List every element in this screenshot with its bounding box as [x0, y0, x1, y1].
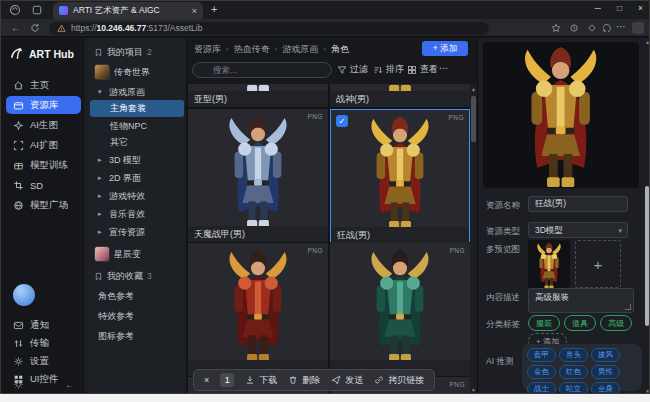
sidebar-item-home[interactable]: 主页: [6, 76, 81, 94]
reload-button[interactable]: [30, 23, 40, 33]
sidebar-item-ai-image[interactable]: AI生图: [6, 116, 81, 134]
asset-type-select[interactable]: 3D模型 ▾: [528, 222, 628, 238]
scrollbar-thumb[interactable]: [471, 96, 476, 142]
tab-close-icon[interactable]: ×: [192, 6, 197, 16]
chevron-right-icon[interactable]: ▸: [98, 174, 105, 182]
chevron-down-icon[interactable]: ▾: [98, 88, 105, 96]
tree-node-3d-models[interactable]: ▸ 3D 模型: [90, 152, 184, 168]
more-menu-icon[interactable]: ⋯: [616, 21, 626, 32]
sort-button[interactable]: 排序: [373, 63, 404, 76]
tree-header-my-projects[interactable]: 我的项目 2: [90, 44, 184, 60]
back-button[interactable]: ←: [11, 22, 21, 33]
tree-header-my-favorites[interactable]: 我的收藏 3: [90, 268, 184, 284]
sidebar-item-settings[interactable]: 设置: [6, 352, 81, 370]
file-type-badge: PNG: [449, 381, 465, 388]
sidebar-item-model-training[interactable]: 模型训练: [6, 156, 81, 174]
description-textarea[interactable]: 高级服装: [528, 288, 634, 313]
send-button[interactable]: 发送: [331, 374, 363, 387]
ai-tag-chip[interactable]: 盔甲: [527, 348, 556, 362]
chevron-right-icon[interactable]: ▸: [98, 228, 105, 236]
scrollbar-thumb[interactable]: [645, 186, 649, 326]
ai-tag-chip[interactable]: 金色: [527, 365, 556, 379]
asset-name-input[interactable]: [528, 196, 628, 212]
detail-scrollbar[interactable]: ▲ ▼: [645, 38, 650, 394]
breadcrumb-item[interactable]: 热血传奇: [234, 43, 270, 56]
clear-selection-button[interactable]: ×: [204, 375, 209, 385]
asset-card[interactable]: PNG 天魔战甲(男): [188, 109, 328, 242]
breadcrumb-item[interactable]: 游戏原画: [282, 43, 318, 56]
ai-tag-chip[interactable]: 男性: [591, 365, 620, 379]
tree-node-game-concept-art[interactable]: ▾ 游戏原画: [90, 84, 184, 100]
search-input[interactable]: [192, 62, 332, 78]
collapse-sidebar-icon[interactable]: ←: [65, 379, 75, 390]
tree-node-hero-outfits[interactable]: 主角套装: [90, 100, 184, 117]
sidebar-item-ai-expand[interactable]: AI扩图: [6, 136, 81, 154]
category-tag[interactable]: 服装: [528, 315, 560, 331]
scroll-down-arrow[interactable]: ▼: [470, 387, 477, 393]
tree-node-icon-refs[interactable]: 图标参考: [90, 328, 184, 344]
tree-project-stellar[interactable]: 星辰变: [90, 244, 184, 264]
ai-tag-chip[interactable]: 红色: [559, 365, 588, 379]
category-tag[interactable]: 道具: [564, 315, 596, 331]
breadcrumb-item[interactable]: 资源库: [194, 43, 221, 56]
filter-button[interactable]: 过滤: [337, 63, 368, 76]
ai-tag-chip[interactable]: 兽头: [559, 348, 588, 362]
new-tab-button[interactable]: +: [211, 3, 217, 15]
sidebar-item-sd[interactable]: SD: [6, 176, 81, 194]
asset-card[interactable]: PNG: [330, 243, 470, 376]
address-bar[interactable]: https://10.246.46.77:5173/AssetLib: [49, 22, 489, 35]
asset-card[interactable]: PNG 亚型(男): [188, 84, 328, 107]
scroll-down-arrow[interactable]: ▼: [645, 388, 650, 394]
copy-link-button[interactable]: 拷贝链接: [374, 374, 424, 387]
asset-card-selected[interactable]: PNG ✓ 狂战(男): [330, 109, 470, 242]
ai-tag-chip[interactable]: 战士: [527, 382, 556, 394]
tree-project-legend-world[interactable]: 传奇世界: [90, 62, 184, 82]
asset-card[interactable]: PNG 战神(男): [330, 84, 470, 107]
chevron-right-icon[interactable]: ▸: [98, 192, 105, 200]
scroll-up-arrow[interactable]: ▲: [470, 86, 477, 92]
tree-node-promo-assets[interactable]: ▸ 宣传资源: [90, 224, 184, 240]
sidebar-item-model-plaza[interactable]: 模型广场: [6, 196, 81, 214]
view-button[interactable]: 查看: [407, 63, 438, 76]
tree-node-vfx-refs[interactable]: 特效参考: [90, 308, 184, 324]
star-bookmark-icon[interactable]: [551, 23, 561, 33]
more-options-button[interactable]: ⋯: [439, 63, 448, 73]
browser-logo-icon[interactable]: [9, 4, 21, 16]
sidebar-item-notifications[interactable]: 通知: [6, 316, 81, 334]
add-preview-button[interactable]: +: [575, 240, 621, 288]
scroll-up-arrow[interactable]: ▲: [645, 39, 650, 45]
ai-tag-chip[interactable]: 披风: [591, 348, 620, 362]
ai-tag-chip[interactable]: 站立: [559, 382, 588, 394]
history-icon[interactable]: [603, 23, 613, 33]
sidebar-item-asset-library[interactable]: 资源库: [6, 96, 81, 114]
extensions-icon[interactable]: [587, 23, 597, 33]
window-minimize-button[interactable]: ─: [595, 3, 601, 13]
download-button[interactable]: 下载: [245, 374, 277, 387]
add-asset-button[interactable]: + 添加: [422, 41, 468, 56]
tree-node-character-refs[interactable]: 角色参考: [90, 288, 184, 304]
browser-tab[interactable]: ARTI 艺术资产 & AIGC ×: [53, 2, 203, 19]
tree-node-2d-ui[interactable]: ▸ 2D 界面: [90, 170, 184, 186]
chevron-right-icon[interactable]: ▸: [98, 210, 105, 218]
sync-icon[interactable]: [569, 23, 579, 33]
preview-thumbnail[interactable]: [528, 240, 570, 288]
tab-list-icon[interactable]: [31, 4, 43, 16]
delete-button[interactable]: 删除: [288, 374, 320, 387]
selected-checkbox[interactable]: ✓: [336, 115, 348, 127]
tree-node-other[interactable]: 其它: [90, 134, 184, 150]
category-tag[interactable]: 高级: [600, 315, 632, 331]
asset-preview-image[interactable]: [483, 42, 639, 188]
tree-node-music-sfx[interactable]: ▸ 音乐音效: [90, 206, 184, 222]
chevron-right-icon[interactable]: ▸: [98, 156, 105, 164]
window-close-button[interactable]: ×: [638, 3, 643, 13]
profile-avatar[interactable]: [632, 22, 644, 34]
window-maximize-button[interactable]: □: [617, 3, 622, 13]
theme-toggle-icon[interactable]: [13, 379, 24, 390]
tree-node-game-vfx[interactable]: ▸ 游戏特效: [90, 188, 184, 204]
ai-tag-chip[interactable]: 全身: [591, 382, 620, 394]
tree-node-monster-npc[interactable]: 怪物NPC: [90, 118, 184, 134]
user-avatar[interactable]: [13, 284, 35, 306]
sidebar-item-transfers[interactable]: 传输: [6, 334, 81, 352]
grid-scrollbar[interactable]: ▲ ▼: [470, 84, 477, 394]
asset-card[interactable]: PNG: [188, 243, 328, 376]
